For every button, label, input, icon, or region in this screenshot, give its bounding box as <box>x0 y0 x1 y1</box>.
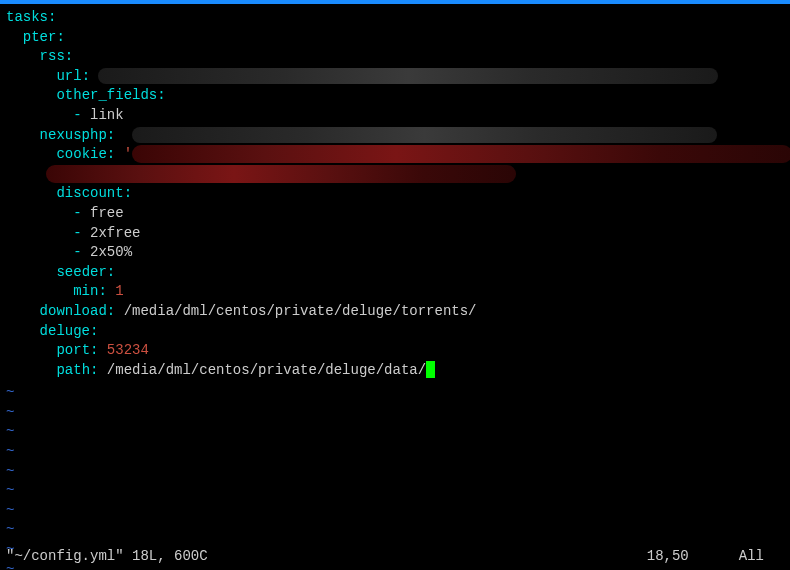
yaml-line: tasks: <box>6 8 784 28</box>
redacted-cookie <box>132 145 790 163</box>
redacted-url <box>98 68 718 84</box>
redacted-cookie-cont <box>46 165 516 183</box>
yaml-line: seeder: <box>6 263 784 283</box>
yaml-line: rss: <box>6 47 784 67</box>
yaml-line: - free <box>6 204 784 224</box>
editor-content[interactable]: tasks: pter: rss: url: other_fields: - l… <box>0 4 790 384</box>
vim-statusbar: "~/config.yml" 18L, 600C 18,50 All <box>0 546 790 566</box>
yaml-line: url: <box>6 67 784 87</box>
status-position: 18,50 <box>647 548 689 564</box>
yaml-line: min: 1 <box>6 282 784 302</box>
yaml-line: other_fields: <box>6 86 784 106</box>
yaml-line: discount: <box>6 184 784 204</box>
yaml-line: nexusphp: <box>6 126 784 146</box>
yaml-line: cookie: ' <box>6 145 784 165</box>
yaml-line: port: 53234 <box>6 341 784 361</box>
yaml-line: download: /media/dml/centos/private/delu… <box>6 302 784 322</box>
redacted-block <box>132 127 717 143</box>
yaml-line <box>6 165 784 185</box>
status-view: All <box>739 548 764 564</box>
yaml-line: - 2x50% <box>6 243 784 263</box>
cursor <box>426 361 434 378</box>
yaml-line: - link <box>6 106 784 126</box>
yaml-line: path: /media/dml/centos/private/deluge/d… <box>6 361 784 381</box>
empty-lines: ~ ~ ~ ~ ~ ~ ~ ~ ~ ~ ~ ~ <box>0 384 790 570</box>
yaml-line: pter: <box>6 28 784 48</box>
yaml-line: - 2xfree <box>6 224 784 244</box>
status-file: "~/config.yml" 18L, 600C <box>6 548 208 564</box>
yaml-line: deluge: <box>6 322 784 342</box>
